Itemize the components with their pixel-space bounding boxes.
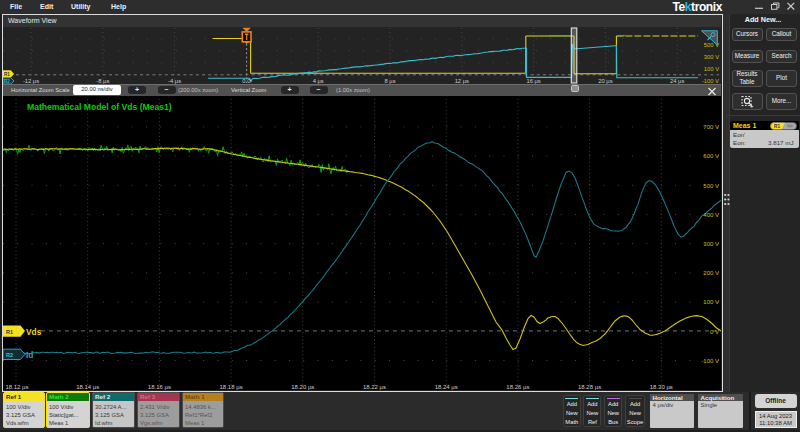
svg-text:18.12 µs: 18.12 µs	[5, 384, 28, 390]
svg-text:-100 V: -100 V	[701, 358, 719, 364]
svg-text:300 V: 300 V	[703, 241, 719, 247]
svg-text:18.22 µs: 18.22 µs	[363, 384, 386, 390]
svg-text:100 V: 100 V	[703, 299, 719, 305]
svg-text:0 V: 0 V	[710, 329, 719, 335]
svg-text:500 V: 500 V	[703, 183, 719, 189]
svg-text:-100 V: -100 V	[702, 77, 719, 83]
svg-text:Id: Id	[26, 350, 33, 360]
svg-text:18.26 µs: 18.26 µs	[506, 384, 529, 390]
svg-text:18.24 µs: 18.24 µs	[435, 384, 458, 390]
svg-text:700 V: 700 V	[703, 124, 719, 130]
svg-text:100 V: 100 V	[704, 65, 719, 71]
svg-text:300 V: 300 V	[704, 53, 719, 59]
svg-text:400 V: 400 V	[703, 212, 719, 218]
svg-text:R1: R1	[4, 72, 10, 77]
svg-text:18.14 µs: 18.14 µs	[76, 384, 99, 390]
svg-text:18.16 µs: 18.16 µs	[148, 384, 171, 390]
svg-text:Mathematical Model of Vds (Mea: Mathematical Model of Vds (Meas1)	[27, 102, 172, 112]
svg-text:600 V: 600 V	[703, 153, 719, 159]
svg-text:200 V: 200 V	[703, 270, 719, 276]
svg-text:18.28 µs: 18.28 µs	[578, 384, 601, 390]
svg-text:R1: R1	[774, 123, 780, 128]
svg-text:18.30 µs: 18.30 µs	[650, 384, 673, 390]
svg-text:R1: R1	[6, 329, 13, 335]
svg-text:18.18 µs: 18.18 µs	[220, 384, 243, 390]
svg-text:R2: R2	[6, 352, 13, 358]
svg-text:Vds: Vds	[26, 327, 42, 337]
svg-text:18.20 µs: 18.20 µs	[291, 384, 314, 390]
